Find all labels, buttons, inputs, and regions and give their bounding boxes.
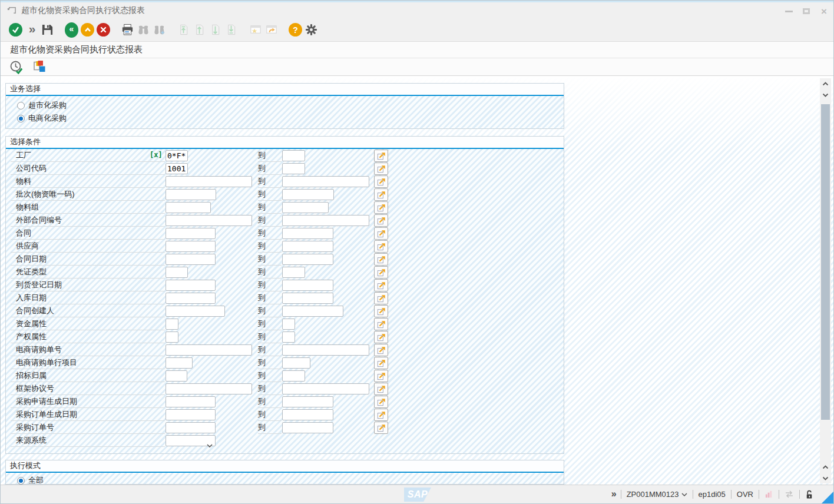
field-to-input[interactable] [282, 344, 369, 356]
field-from-input[interactable] [166, 319, 178, 330]
multiple-selection-button[interactable] [374, 175, 388, 188]
multiple-selection-button[interactable] [374, 240, 388, 253]
multiple-selection-button[interactable] [374, 396, 388, 408]
field-from-input[interactable] [166, 331, 178, 343]
field-from-input[interactable] [166, 306, 225, 317]
field-from-input[interactable] [166, 357, 193, 369]
field-to-input[interactable] [282, 357, 310, 369]
multiple-selection-button[interactable] [374, 266, 388, 278]
field-from-input[interactable] [166, 267, 188, 278]
field-to-input[interactable] [282, 176, 369, 187]
field-from-input[interactable] [166, 280, 216, 291]
multiple-selection-button[interactable] [374, 318, 388, 330]
multiple-selection-button[interactable] [374, 163, 388, 175]
field-from-input[interactable] [166, 241, 216, 252]
minimize-button[interactable] [784, 6, 793, 16]
field-from-input[interactable] [166, 370, 187, 382]
field-from-input[interactable] [166, 228, 216, 239]
command-field-button[interactable]: » [24, 22, 39, 38]
field-to-input[interactable] [282, 306, 343, 317]
get-variant-button[interactable] [31, 60, 47, 74]
field-to-input[interactable] [282, 396, 333, 407]
print-button[interactable] [120, 22, 135, 38]
field-to-input[interactable] [282, 280, 333, 291]
help-button[interactable]: ? [287, 22, 303, 38]
field-to-input[interactable] [282, 163, 305, 174]
close-button[interactable]: × [819, 6, 829, 16]
field-from-input[interactable] [166, 254, 216, 265]
maximize-button[interactable] [802, 6, 811, 16]
multiple-selection-button[interactable] [374, 305, 388, 317]
statusbar-expand-button[interactable]: » [611, 489, 615, 500]
multiple-selection-button[interactable] [374, 214, 388, 227]
multiple-selection-button[interactable] [374, 370, 388, 382]
field-to-input[interactable] [282, 331, 295, 343]
field-to-input[interactable] [282, 150, 305, 161]
scroll-up-button-bottom[interactable] [820, 462, 831, 472]
exit-button[interactable] [80, 22, 95, 38]
field-from-input[interactable] [166, 215, 252, 226]
field-from-input[interactable] [166, 293, 216, 304]
radio-button[interactable] [17, 102, 25, 110]
source-system-select[interactable] [166, 435, 216, 446]
multiple-selection-button[interactable] [374, 383, 388, 395]
field-from-input[interactable] [166, 383, 252, 394]
customize-icon [305, 24, 317, 36]
field-from-input[interactable] [166, 396, 216, 407]
multiple-selection-button[interactable] [374, 253, 388, 266]
scrollbar-thumb[interactable] [821, 104, 830, 420]
field-to-input[interactable] [282, 370, 305, 382]
resize-corner[interactable] [822, 492, 833, 503]
field-from-input[interactable] [166, 409, 216, 420]
field-from-input[interactable] [166, 344, 252, 356]
multiple-selection-button[interactable] [374, 331, 388, 343]
field-to-input[interactable] [282, 215, 369, 226]
field-to-input[interactable] [282, 409, 333, 420]
field-from-input[interactable] [166, 189, 216, 200]
multiple-selection-button[interactable] [374, 292, 388, 304]
field-to-input[interactable] [282, 189, 334, 200]
field-from-input[interactable] [166, 163, 188, 174]
field-from-input[interactable] [166, 202, 211, 213]
multiple-selection-button[interactable] [374, 422, 388, 434]
field-to-input[interactable] [282, 241, 333, 252]
field-from-input[interactable] [166, 150, 188, 161]
field-to-input[interactable] [282, 254, 333, 265]
field-from-input[interactable] [166, 422, 216, 433]
field-to-input[interactable] [282, 202, 329, 213]
multiple-selection-button[interactable] [374, 344, 388, 356]
field-from-input[interactable] [166, 176, 252, 187]
multiple-selection-button[interactable] [374, 409, 388, 421]
scroll-down-button-bottom[interactable] [820, 473, 831, 483]
field-to-input[interactable] [282, 267, 305, 278]
system-id[interactable]: ZP001MM0123 [627, 490, 687, 499]
field-to-input[interactable] [282, 228, 333, 239]
customize-button[interactable] [303, 22, 319, 38]
enter-button[interactable] [8, 22, 24, 38]
scroll-down-button[interactable] [820, 89, 831, 100]
field-to-input[interactable] [282, 319, 295, 330]
back-button[interactable]: « [64, 22, 80, 38]
overwrite-mode-indicator[interactable]: OVR [737, 490, 753, 499]
multiple-selection-button[interactable] [374, 227, 388, 240]
execute-button[interactable] [9, 60, 24, 74]
vertical-scrollbar[interactable] [820, 78, 831, 483]
security-lock-icon[interactable] [805, 490, 813, 499]
multiple-selection-button[interactable] [374, 150, 388, 162]
radio-button[interactable] [17, 477, 25, 485]
cancel-button[interactable] [95, 22, 111, 38]
field-label: 采购申请生成日期 [11, 396, 165, 408]
multiple-selection-button[interactable] [374, 357, 388, 369]
field-to-input[interactable] [282, 383, 369, 394]
multiple-selection-button[interactable] [374, 201, 388, 214]
scroll-up-button[interactable] [820, 78, 831, 89]
field-to-input[interactable] [282, 422, 333, 433]
business-type-option[interactable]: 电商化采购 [6, 112, 564, 125]
field-to-input[interactable] [282, 293, 333, 304]
selection-option-active-icon[interactable]: [x] [150, 151, 164, 159]
multiple-selection-button[interactable] [374, 279, 388, 291]
save-button[interactable] [39, 22, 55, 38]
radio-button[interactable] [17, 115, 25, 122]
multiple-selection-button[interactable] [374, 188, 388, 201]
business-type-option[interactable]: 超市化采购 [6, 99, 564, 112]
